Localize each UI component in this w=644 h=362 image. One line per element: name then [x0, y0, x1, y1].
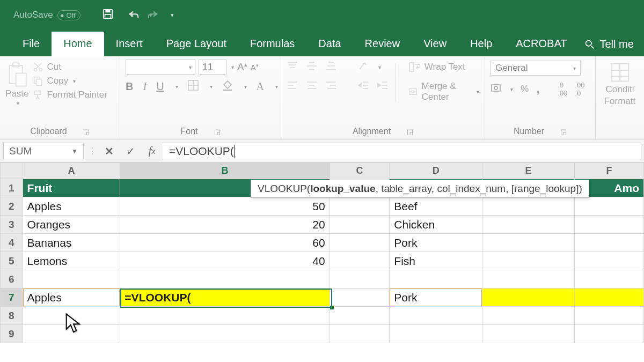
- cell-F6[interactable]: [574, 270, 643, 289]
- cell-D5[interactable]: Fish: [390, 252, 482, 270]
- increase-decimal-icon[interactable]: .0.00: [558, 81, 567, 97]
- format-painter-button[interactable]: Format Painter: [33, 90, 107, 100]
- conditional-formatting-button[interactable]: Conditi Formatt: [604, 60, 636, 107]
- row-header-7[interactable]: 7: [1, 289, 23, 307]
- font-launcher-icon[interactable]: ◲: [214, 128, 221, 136]
- font-size-select[interactable]: 11: [199, 60, 226, 75]
- col-header-A[interactable]: A: [23, 163, 120, 179]
- align-middle-icon[interactable]: [306, 61, 318, 73]
- number-launcher-icon[interactable]: ◲: [560, 128, 567, 136]
- cell-D9[interactable]: [390, 325, 482, 343]
- col-header-B[interactable]: B: [120, 163, 330, 179]
- cell-E7[interactable]: [482, 289, 575, 307]
- bold-button[interactable]: B: [126, 80, 133, 93]
- cell-F7[interactable]: [574, 289, 643, 307]
- cell-B6[interactable]: [120, 270, 330, 289]
- cell-F9[interactable]: [574, 325, 643, 343]
- cell-B7[interactable]: =VLOOKUP(: [120, 289, 330, 307]
- number-format-select[interactable]: General ▾: [491, 61, 581, 76]
- alignment-launcher-icon[interactable]: ◲: [407, 128, 413, 136]
- row-header-8[interactable]: 8: [1, 307, 23, 325]
- increase-indent-icon[interactable]: [377, 80, 389, 93]
- tab-data[interactable]: Data: [306, 32, 353, 56]
- qat-customize-icon[interactable]: ▾: [171, 12, 174, 19]
- cell-B4[interactable]: 60: [120, 234, 330, 252]
- tab-formulas[interactable]: Formulas: [238, 32, 306, 56]
- cell-D4[interactable]: Pork: [390, 234, 482, 252]
- name-box-caret-icon[interactable]: ▼: [71, 147, 78, 155]
- tell-me-search[interactable]: Tell me: [584, 38, 633, 56]
- cell-A4[interactable]: Bananas: [23, 234, 120, 252]
- cell-F3[interactable]: [574, 216, 643, 234]
- percent-format-button[interactable]: %: [521, 84, 529, 94]
- col-header-E[interactable]: E: [482, 163, 575, 179]
- select-all-corner[interactable]: [1, 163, 23, 179]
- decrease-font-icon[interactable]: A▾: [251, 63, 259, 72]
- tab-help[interactable]: Help: [458, 32, 504, 56]
- cell-A6[interactable]: [23, 270, 120, 289]
- tab-page-layout[interactable]: Page Layout: [155, 32, 238, 56]
- name-box[interactable]: SUM ▼: [3, 143, 84, 159]
- row-header-9[interactable]: 9: [1, 325, 23, 343]
- cell-C2[interactable]: [330, 197, 390, 216]
- tab-view[interactable]: View: [412, 32, 458, 56]
- redo-icon[interactable]: ▾: [147, 9, 152, 21]
- cell-B2[interactable]: 50: [120, 197, 330, 216]
- cell-E2[interactable]: [482, 197, 575, 216]
- cell-F8[interactable]: [574, 307, 643, 325]
- cell-E9[interactable]: [482, 325, 575, 343]
- cell-E6[interactable]: [482, 270, 575, 289]
- row-header-1[interactable]: 1: [1, 179, 23, 197]
- row-header-2[interactable]: 2: [1, 197, 23, 216]
- formula-cancel-button[interactable]: ✕: [98, 145, 120, 158]
- cell-E3[interactable]: [482, 216, 575, 234]
- cell-F4[interactable]: [574, 234, 643, 252]
- cell-E5[interactable]: [482, 252, 575, 270]
- row-header-6[interactable]: 6: [1, 270, 23, 289]
- cell-C5[interactable]: [330, 252, 390, 270]
- align-bottom-icon[interactable]: [325, 61, 337, 73]
- cell-A3[interactable]: Oranges: [23, 216, 120, 234]
- underline-button[interactable]: U: [156, 80, 164, 93]
- borders-button[interactable]: [188, 80, 199, 93]
- cell-A1[interactable]: Fruit: [23, 179, 120, 197]
- align-left-icon[interactable]: [287, 80, 298, 93]
- align-top-icon[interactable]: [287, 61, 298, 73]
- cell-E4[interactable]: [482, 234, 575, 252]
- row-header-4[interactable]: 4: [1, 234, 23, 252]
- accounting-format-icon[interactable]: [491, 83, 501, 96]
- cell-A5[interactable]: Lemons: [23, 252, 120, 270]
- cell-C9[interactable]: [330, 325, 390, 343]
- align-center-icon[interactable]: [306, 80, 318, 93]
- cell-B8[interactable]: [120, 307, 330, 325]
- fill-color-button[interactable]: [222, 80, 233, 93]
- orientation-icon[interactable]: [357, 61, 369, 73]
- formula-enter-button[interactable]: ✓: [120, 145, 141, 158]
- cell-F5[interactable]: [574, 252, 643, 270]
- formula-input[interactable]: =VLOOKUP(: [163, 143, 641, 159]
- cell-B5[interactable]: 40: [120, 252, 330, 270]
- cell-B9[interactable]: [120, 325, 330, 343]
- font-color-button[interactable]: A: [257, 80, 264, 93]
- insert-function-button[interactable]: fx: [141, 144, 163, 158]
- tab-review[interactable]: Review: [353, 32, 412, 56]
- wrap-text-button[interactable]: Wrap Text: [408, 62, 479, 72]
- undo-caret-icon[interactable]: ▾: [130, 12, 133, 19]
- align-right-icon[interactable]: [325, 80, 337, 93]
- cell-D2[interactable]: Beef: [390, 197, 482, 216]
- merge-center-button[interactable]: Merge & Center▾: [408, 81, 479, 102]
- col-header-F[interactable]: F: [574, 163, 643, 179]
- col-header-D[interactable]: D: [390, 163, 482, 179]
- cell-C4[interactable]: [330, 234, 390, 252]
- font-name-select[interactable]: ▾: [126, 60, 195, 75]
- cell-A7[interactable]: Apples: [23, 289, 120, 307]
- cell-A2[interactable]: Apples: [23, 197, 120, 216]
- cell-D7[interactable]: Pork: [390, 289, 482, 307]
- tab-acrobat[interactable]: ACROBAT: [504, 32, 579, 56]
- row-header-3[interactable]: 3: [1, 216, 23, 234]
- cell-D8[interactable]: [390, 307, 482, 325]
- cell-D6[interactable]: [390, 270, 482, 289]
- tab-file[interactable]: File: [11, 32, 52, 56]
- fill-handle[interactable]: [330, 306, 334, 309]
- italic-button[interactable]: I: [143, 80, 147, 93]
